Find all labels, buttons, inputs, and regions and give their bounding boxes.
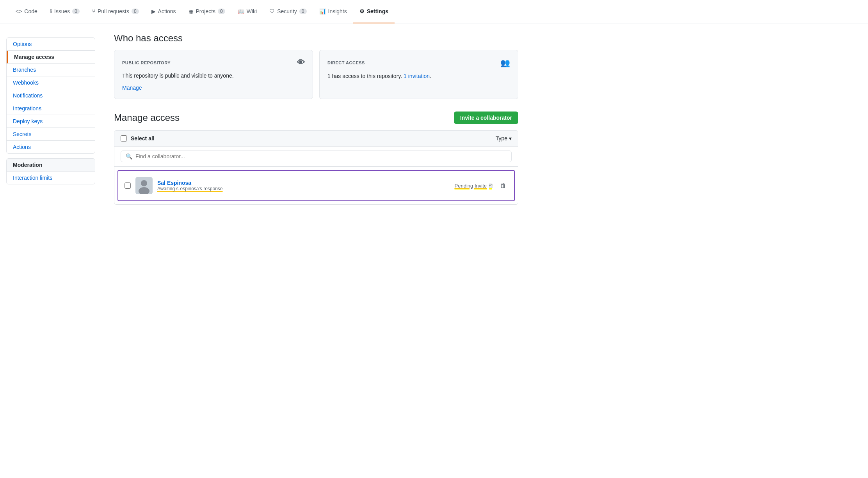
issues-icon: ℹ	[50, 8, 52, 14]
sidebar-item-branches[interactable]: Branches	[7, 64, 95, 76]
svg-point-1	[141, 180, 147, 186]
nav-projects[interactable]: ▦ Projects 0	[182, 0, 231, 23]
nav-code[interactable]: <> Code	[9, 0, 44, 23]
sidebar-item-manage-access[interactable]: Manage access	[7, 51, 95, 64]
people-icon: 👥	[500, 58, 510, 67]
sidebar-item-actions[interactable]: Actions	[7, 141, 95, 153]
who-has-access-title: Who has access	[114, 33, 518, 44]
sidebar: Options Manage access Branches Webhooks …	[0, 23, 101, 478]
select-all-label[interactable]: Select all	[121, 135, 496, 142]
collaborator-subtext: Awaiting s-espinosa's response	[157, 186, 455, 191]
direct-access-text: 1 has access to this repository. 1 invit…	[327, 72, 510, 80]
access-cards: PUBLIC REPOSITORY 👁 This repository is p…	[114, 50, 518, 99]
public-repo-text: This repository is public and visible to…	[122, 72, 305, 80]
nav-security[interactable]: 🛡 Security 0	[263, 0, 313, 23]
manage-link[interactable]: Manage	[122, 85, 142, 91]
issues-badge: 0	[72, 9, 80, 14]
search-input-wrapper: 🔍	[121, 150, 512, 162]
collaborator-search-input[interactable]	[135, 153, 507, 159]
copy-invite-icon[interactable]: ⎘	[489, 182, 492, 189]
sidebar-item-options[interactable]: Options	[7, 38, 95, 51]
search-icon: 🔍	[126, 153, 132, 159]
sidebar-moderation-group: Moderation Interaction limits	[6, 158, 95, 184]
sidebar-item-deploy-keys[interactable]: Deploy keys	[7, 115, 95, 128]
type-dropdown[interactable]: Type ▾	[496, 135, 512, 142]
collaborator-info: Sal Espinosa Awaiting s-espinosa's respo…	[157, 180, 455, 191]
nav-issues[interactable]: ℹ Issues 0	[44, 0, 86, 23]
collaborators-table: Select all Type ▾ 🔍	[114, 130, 518, 205]
invitation-link[interactable]: 1 invitation	[404, 73, 430, 79]
nav-actions[interactable]: ▶ Actions	[145, 0, 182, 23]
collaborator-checkbox[interactable]	[125, 182, 131, 189]
settings-icon: ⚙	[359, 8, 365, 14]
main-content: Who has access PUBLIC REPOSITORY 👁 This …	[101, 23, 531, 478]
collaborator-actions: 🗑	[498, 181, 508, 191]
page-layout: Options Manage access Branches Webhooks …	[0, 23, 868, 478]
direct-access-card: DIRECT ACCESS 👥 1 has access to this rep…	[319, 50, 518, 99]
sidebar-item-integrations[interactable]: Integrations	[7, 102, 95, 115]
nav-wiki[interactable]: 📖 Wiki	[231, 0, 263, 23]
public-repo-card: PUBLIC REPOSITORY 👁 This repository is p…	[114, 50, 313, 99]
select-all-checkbox[interactable]	[121, 135, 127, 142]
collaborator-status: Pending Invite ⎘	[455, 182, 492, 189]
remove-collaborator-button[interactable]: 🗑	[498, 181, 508, 191]
direct-access-label: DIRECT ACCESS	[327, 60, 365, 65]
sidebar-moderation-header: Moderation	[7, 159, 95, 172]
table-header-row: Select all Type ▾	[114, 131, 518, 147]
insights-icon: 📊	[319, 8, 326, 14]
eye-icon: 👁	[297, 58, 305, 67]
collaborator-row: Sal Espinosa Awaiting s-espinosa's respo…	[117, 170, 515, 201]
nav-insights[interactable]: 📊 Insights	[313, 0, 353, 23]
chevron-down-icon: ▾	[509, 135, 512, 142]
sidebar-top-group: Options Manage access Branches Webhooks …	[6, 37, 95, 154]
sidebar-item-notifications[interactable]: Notifications	[7, 89, 95, 102]
projects-badge: 0	[218, 9, 225, 14]
sidebar-item-interaction-limits[interactable]: Interaction limits	[7, 172, 95, 184]
actions-icon: ▶	[151, 8, 156, 14]
avatar-image	[135, 177, 153, 194]
security-badge: 0	[299, 9, 307, 14]
public-repo-label: PUBLIC REPOSITORY	[122, 60, 171, 65]
code-icon: <>	[16, 8, 22, 14]
invite-collaborator-button[interactable]: Invite a collaborator	[454, 112, 518, 124]
projects-icon: ▦	[189, 8, 194, 14]
collaborator-name[interactable]: Sal Espinosa	[157, 180, 191, 186]
pull-requests-badge: 0	[132, 9, 139, 14]
nav-settings[interactable]: ⚙ Settings	[353, 0, 395, 23]
nav-pull-requests[interactable]: ⑂ Pull requests 0	[86, 0, 145, 23]
sidebar-item-webhooks[interactable]: Webhooks	[7, 76, 95, 89]
manage-access-title: Manage access	[114, 112, 180, 123]
manage-access-header: Manage access Invite a collaborator	[114, 112, 518, 124]
security-icon: 🛡	[269, 8, 275, 14]
top-navigation: <> Code ℹ Issues 0 ⑂ Pull requests 0 ▶ A…	[0, 0, 868, 23]
pull-requests-icon: ⑂	[92, 8, 95, 14]
avatar	[135, 177, 153, 194]
wiki-icon: 📖	[238, 8, 244, 14]
search-row: 🔍	[114, 147, 518, 166]
collaborator-row-container: Sal Espinosa Awaiting s-espinosa's respo…	[114, 166, 518, 204]
sidebar-item-secrets[interactable]: Secrets	[7, 128, 95, 141]
